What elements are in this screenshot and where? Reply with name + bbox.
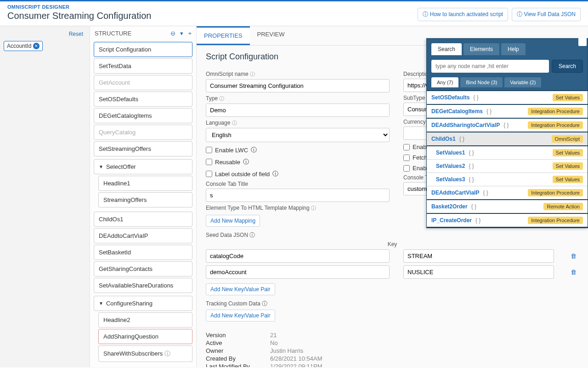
structure-item[interactable]: Headline2 bbox=[98, 312, 192, 328]
filter-variable[interactable]: Variable (2) bbox=[504, 77, 541, 87]
structure-item[interactable]: Headline1 bbox=[98, 176, 192, 191]
reset-link[interactable]: Reset bbox=[4, 30, 86, 41]
search-result-item[interactable]: DEGetCatalogItems{ }Integration Procedur… bbox=[427, 105, 588, 119]
structure-item[interactable]: DEGetCatalogItems bbox=[94, 108, 192, 123]
search-result-item[interactable]: Basket2Order{ }Remote Action bbox=[427, 200, 588, 214]
structure-heading: STRUCTURE bbox=[95, 30, 131, 37]
search-panel: Search Elements Help Search Any (7) Bind… bbox=[426, 38, 588, 228]
page-title: Consumer Streaming Configuration bbox=[7, 11, 152, 21]
result-badge: Integration Procedure bbox=[528, 121, 583, 129]
structure-item[interactable]: SetTestData bbox=[94, 58, 192, 74]
structure-item[interactable]: DEAddtoCartViaIP bbox=[94, 228, 192, 243]
help-tab[interactable]: Help bbox=[501, 43, 526, 55]
structure-group-configuresharing[interactable]: ▼ ConfigureSharing bbox=[94, 296, 192, 311]
search-result-item[interactable]: IP_CreateOrder{ }Integration Procedure bbox=[427, 214, 588, 228]
structure-item[interactable]: AddSharingQuestion bbox=[98, 329, 192, 344]
label-language: Language ⓘ bbox=[206, 120, 390, 126]
name-input[interactable] bbox=[206, 79, 390, 92]
label-outside-checkbox[interactable] bbox=[206, 171, 212, 177]
search-result-item[interactable]: SetValues1{ }Set Values bbox=[427, 146, 588, 160]
seed-key-input[interactable] bbox=[206, 249, 390, 263]
label-mapping: Element Type To HTML Template Mapping ⓘ bbox=[206, 205, 390, 212]
enable-lwc-checkbox[interactable] bbox=[206, 147, 212, 153]
fetch-pic-checkbox[interactable] bbox=[403, 155, 410, 161]
structure-item[interactable]: Script Configuration bbox=[94, 42, 192, 57]
label-tracking: Tracking Custom Data ⓘ bbox=[206, 300, 579, 308]
seed-value-input[interactable] bbox=[403, 265, 554, 279]
structure-item[interactable]: SetStreamingOffers bbox=[94, 141, 192, 156]
account-id-pill[interactable]: AccountId ✕ bbox=[4, 41, 43, 51]
search-result-item[interactable]: DEAddSharingtoCartViaIP{ }Integration Pr… bbox=[427, 119, 588, 132]
structure-item[interactable]: SetAvailableShareDurations bbox=[94, 278, 192, 293]
label-console-title: Console Tab Title bbox=[206, 181, 390, 187]
result-badge: Integration Procedure bbox=[528, 217, 583, 224]
structure-item[interactable]: GetAccount bbox=[94, 75, 192, 90]
trash-icon[interactable]: 🗑 bbox=[568, 269, 579, 276]
language-select[interactable]: English bbox=[206, 128, 390, 142]
search-result-item[interactable]: SetValues2{ }Set Values bbox=[427, 160, 588, 173]
seed-key-input[interactable] bbox=[206, 265, 390, 279]
console-title-input[interactable] bbox=[206, 189, 390, 202]
close-icon[interactable]: ✕ bbox=[33, 43, 40, 49]
result-badge: Set Values bbox=[553, 94, 583, 101]
pill-label: AccountId bbox=[7, 43, 31, 49]
search-result-item[interactable]: DEAddtoCartViaIP{ }Integration Procedure bbox=[427, 186, 588, 200]
breadcrumb: OMNISCRIPT DESIGNER bbox=[7, 4, 152, 10]
search-result-item[interactable]: SetOSDefaults{ }Set Values bbox=[427, 91, 588, 105]
result-badge: Remote Action bbox=[543, 203, 583, 210]
view-full-json-button[interactable]: View Full Data JSON bbox=[512, 8, 581, 21]
enable-t-checkbox[interactable] bbox=[403, 144, 410, 150]
trash-icon[interactable]: 🗑 bbox=[568, 253, 579, 259]
result-badge: Set Values bbox=[553, 176, 583, 183]
search-result-item[interactable]: SetValues3{ }Set Values bbox=[427, 173, 588, 186]
add-icon[interactable]: + bbox=[188, 30, 192, 37]
search-button[interactable]: Search bbox=[552, 60, 583, 73]
seed-value-input[interactable] bbox=[403, 249, 554, 263]
structure-item[interactable]: ChildOs1 bbox=[94, 212, 192, 227]
elements-tab[interactable]: Elements bbox=[464, 43, 499, 55]
structure-item[interactable]: ShareWithSubscribers ⓘ bbox=[98, 345, 192, 362]
structure-item[interactable]: SetOSDefaults bbox=[94, 92, 192, 107]
filter-any[interactable]: Any (7) bbox=[431, 77, 458, 87]
type-input[interactable] bbox=[206, 104, 390, 117]
how-to-launch-button[interactable]: How to launch activated script bbox=[418, 8, 508, 21]
result-badge: Set Values bbox=[553, 162, 583, 170]
enable-u-checkbox[interactable] bbox=[403, 165, 410, 172]
label-name: OmniScript name ⓘ bbox=[206, 71, 390, 78]
tab-properties[interactable]: PROPERTIES bbox=[197, 26, 250, 45]
add-mapping-button[interactable]: Add New Mapping bbox=[206, 215, 260, 227]
seed-key-header: Key bbox=[206, 241, 579, 247]
structure-item[interactable]: GetSharingContacts bbox=[94, 261, 192, 276]
add-kv-tracking-button[interactable]: Add New Key/Value Pair bbox=[206, 310, 275, 322]
label-type: Type ⓘ bbox=[206, 95, 390, 102]
caret-icon: ▼ bbox=[99, 301, 103, 306]
structure-item[interactable]: QueryCatalog bbox=[94, 125, 192, 140]
structure-item[interactable]: SetBasketId bbox=[94, 245, 192, 260]
tab-preview[interactable]: PREVIEW bbox=[250, 26, 292, 45]
filter-icon[interactable]: ▾ bbox=[180, 30, 183, 37]
add-kv-button[interactable]: Add New Key/Value Pair bbox=[206, 283, 275, 295]
caret-icon: ▼ bbox=[99, 164, 103, 169]
search-result-item[interactable]: ChildOs1{ }OmniScript bbox=[427, 132, 588, 146]
structure-group-selectoffer[interactable]: ▼ SelectOffer bbox=[94, 159, 192, 174]
result-badge: Set Values bbox=[553, 149, 583, 156]
result-badge: Integration Procedure bbox=[528, 108, 583, 115]
result-badge: Integration Procedure bbox=[528, 189, 583, 196]
structure-item[interactable]: StreamingOffers bbox=[98, 192, 192, 207]
collapse-icon[interactable]: ⊖ bbox=[170, 30, 175, 37]
reusable-checkbox[interactable] bbox=[206, 159, 212, 165]
label-seed: Seed Data JSON ⓘ bbox=[206, 231, 579, 239]
result-badge: OmniScript bbox=[552, 135, 583, 143]
close-panel-button[interactable] bbox=[578, 38, 587, 46]
filter-bind[interactable]: Bind Node (3) bbox=[460, 77, 503, 87]
search-input[interactable] bbox=[431, 60, 549, 73]
search-tab[interactable]: Search bbox=[431, 43, 462, 55]
